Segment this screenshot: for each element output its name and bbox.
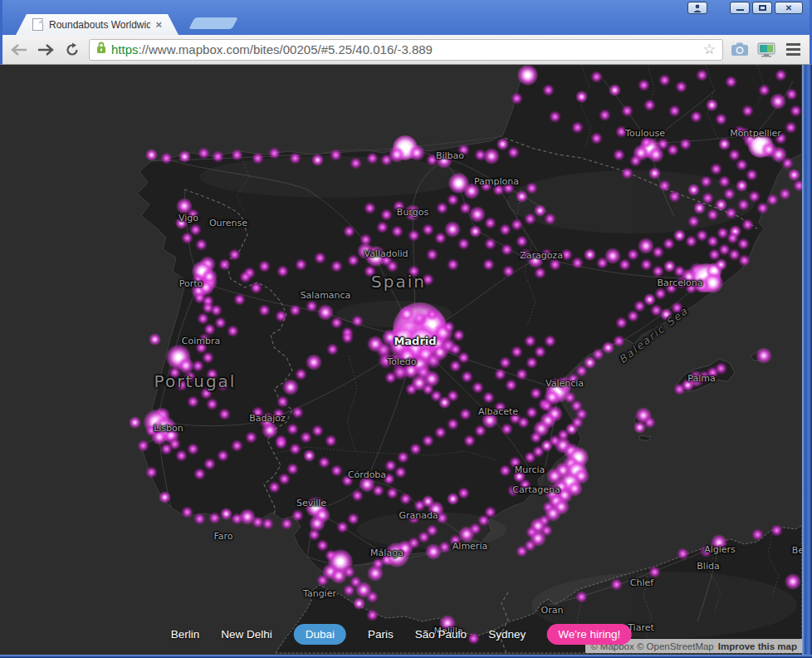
maximize-icon	[759, 5, 766, 11]
browser-tab[interactable]: Roundabouts Worldwide ×	[16, 14, 179, 35]
nav-city-s-o-paulo[interactable]: São Paulo	[415, 628, 467, 641]
map-base-layers	[0, 65, 802, 655]
window-titlebar: ✕ Roundabouts Worldwide ×	[0, 0, 812, 35]
window-controls: ✕	[687, 2, 803, 14]
browser-toolbar: https://www.mapbox.com/bites/00205/#5.25…	[0, 35, 812, 65]
nav-city-paris[interactable]: Paris	[368, 628, 394, 641]
hiring-button[interactable]: We're hiring!	[547, 624, 631, 645]
sage2-extension-icon[interactable]	[756, 41, 776, 59]
city-nav-bar: BerlinNew DelhiDubaiParisSão PauloSydney…	[171, 624, 632, 645]
nav-city-dubai[interactable]: Dubai	[294, 624, 346, 645]
nav-city-new-delhi[interactable]: New Delhi	[221, 628, 272, 641]
nav-city-sydney[interactable]: Sydney	[488, 628, 526, 641]
browser-window: ✕ Roundabouts Worldwide × https://www.ma…	[0, 0, 812, 658]
profile-icon[interactable]	[687, 2, 707, 14]
menu-icon[interactable]	[783, 41, 803, 59]
page-favicon	[32, 18, 43, 31]
url-path: ://www.mapbox.com/bites/00205/#5.25/40.0…	[139, 42, 433, 56]
url-text: https://www.mapbox.com/bites/00205/#5.25…	[111, 42, 698, 56]
url-scheme: https	[111, 42, 139, 56]
new-tab-button[interactable]	[188, 17, 237, 29]
camera-extension-icon[interactable]	[730, 41, 750, 59]
lock-icon	[96, 42, 106, 57]
nav-city-berlin[interactable]: Berlin	[171, 628, 200, 641]
back-button[interactable]	[9, 40, 29, 60]
tab-close-icon[interactable]: ×	[155, 18, 162, 31]
improve-map-link[interactable]: Improve this map	[718, 641, 797, 651]
maximize-button[interactable]	[752, 2, 772, 14]
reload-button[interactable]	[62, 40, 82, 60]
bookmark-star-icon[interactable]: ☆	[703, 41, 716, 58]
address-bar[interactable]: https://www.mapbox.com/bites/00205/#5.25…	[89, 39, 723, 61]
forward-button[interactable]	[36, 40, 56, 60]
close-icon: ✕	[785, 3, 792, 12]
map-canvas[interactable]: SpainPortugalMadridBalearic SeaVigoOuren…	[0, 65, 802, 655]
minimize-icon	[736, 9, 744, 11]
window-right-frame	[802, 65, 812, 655]
close-button[interactable]: ✕	[775, 2, 803, 14]
minimize-button[interactable]	[730, 2, 750, 14]
tab-title: Roundabouts Worldwide	[49, 19, 150, 31]
window-bottom-frame	[0, 655, 812, 658]
